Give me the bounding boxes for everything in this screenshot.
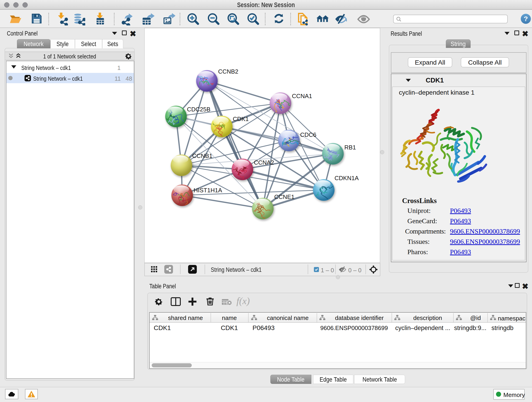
svg-text:CDK1: CDK1 bbox=[233, 115, 249, 122]
svg-text:CCNB1: CCNB1 bbox=[192, 153, 212, 159]
svg-text:CCNA1: CCNA1 bbox=[292, 93, 312, 99]
svg-text:CCNA2: CCNA2 bbox=[254, 159, 274, 166]
svg-text:CDC25B: CDC25B bbox=[187, 106, 210, 113]
svg-text:CCNB2: CCNB2 bbox=[218, 68, 238, 75]
svg-text:HIST1H1A: HIST1H1A bbox=[194, 187, 222, 194]
svg-text:RB1: RB1 bbox=[344, 144, 356, 151]
svg-text:CDKN1A: CDKN1A bbox=[335, 175, 359, 182]
svg-text:CDC6: CDC6 bbox=[300, 131, 317, 138]
svg-text:CCNE1: CCNE1 bbox=[274, 193, 294, 200]
